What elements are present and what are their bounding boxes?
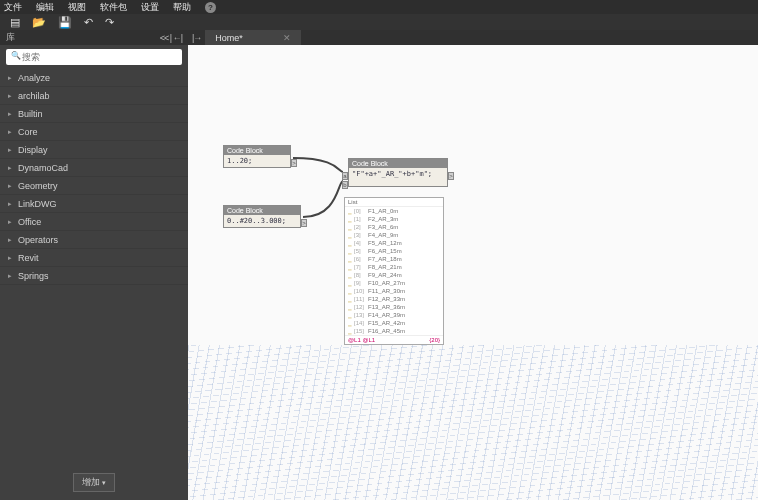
- category-geometry[interactable]: Geometry: [0, 177, 188, 195]
- menu-file[interactable]: 文件: [4, 1, 22, 14]
- menu-help[interactable]: 帮助: [173, 1, 191, 14]
- library-header: 库 << | ←|: [0, 30, 188, 45]
- node-code[interactable]: "F"+a+"_AR_"+b+"m";: [349, 168, 447, 186]
- category-display[interactable]: Display: [0, 141, 188, 159]
- add-button[interactable]: 增加: [73, 473, 115, 492]
- help-icon[interactable]: ?: [205, 2, 216, 13]
- category-list: AnalyzearchilabBuiltinCoreDisplayDynamoC…: [0, 69, 188, 465]
- menu-settings[interactable]: 设置: [141, 1, 159, 14]
- output-port[interactable]: >: [291, 159, 297, 167]
- list-item[interactable]: ⎯[8]F9_AR_24m: [345, 271, 443, 279]
- category-dynamocad[interactable]: DynamoCad: [0, 159, 188, 177]
- list-item[interactable]: ⎯[13]F14_AR_39m: [345, 311, 443, 319]
- input-port-a[interactable]: a: [342, 172, 348, 180]
- wires: [188, 45, 758, 345]
- save-icon[interactable]: 💾: [58, 16, 72, 29]
- menu-packages[interactable]: 软件包: [100, 1, 127, 14]
- category-builtin[interactable]: Builtin: [0, 105, 188, 123]
- menu-bar: 文件 编辑 视图 软件包 设置 帮助 ?: [0, 0, 758, 14]
- node-code[interactable]: 1..20;: [224, 155, 290, 167]
- category-analyze[interactable]: Analyze: [0, 69, 188, 87]
- tab-bar: |→ Home* ✕: [188, 30, 758, 45]
- graph-canvas[interactable]: Code Block 1..20; > Code Block 0..#20..3…: [188, 45, 758, 500]
- collapse-sidebar-icon[interactable]: << | ←|: [160, 33, 182, 43]
- output-preview[interactable]: List ⎯[0]F1_AR_0m⎯[1]F2_AR_3m⎯[2]F3_AR_6…: [344, 197, 444, 345]
- tab-close-icon[interactable]: ✕: [283, 33, 291, 43]
- node-title: Code Block: [224, 206, 300, 215]
- category-office[interactable]: Office: [0, 213, 188, 231]
- toolbar: ▤ 📂 💾 ↶ ↷: [0, 14, 758, 30]
- node-code[interactable]: 0..#20..3.000;: [224, 215, 300, 227]
- list-item[interactable]: ⎯[9]F10_AR_27m: [345, 279, 443, 287]
- menu-edit[interactable]: 编辑: [36, 1, 54, 14]
- list-item[interactable]: ⎯[2]F3_AR_6m: [345, 223, 443, 231]
- list-item[interactable]: ⎯[14]F15_AR_42m: [345, 319, 443, 327]
- category-core[interactable]: Core: [0, 123, 188, 141]
- library-panel: 库 << | ←| AnalyzearchilabBuiltinCoreDisp…: [0, 30, 188, 500]
- output-header: List: [345, 198, 443, 207]
- lacing-label: @L1 @L1: [348, 337, 375, 343]
- category-operators[interactable]: Operators: [0, 231, 188, 249]
- menu-view[interactable]: 视图: [68, 1, 86, 14]
- code-block-node-1[interactable]: Code Block 1..20; >: [223, 145, 291, 168]
- list-item[interactable]: ⎯[12]F13_AR_36m: [345, 303, 443, 311]
- list-item[interactable]: ⎯[4]F5_AR_12m: [345, 239, 443, 247]
- output-port[interactable]: >: [301, 219, 307, 227]
- count-label: {20}: [429, 337, 440, 343]
- category-linkdwg[interactable]: LinkDWG: [0, 195, 188, 213]
- list-item[interactable]: ⎯[7]F8_AR_21m: [345, 263, 443, 271]
- new-file-icon[interactable]: ▤: [10, 16, 20, 29]
- open-file-icon[interactable]: 📂: [32, 16, 46, 29]
- list-item[interactable]: ⎯[11]F12_AR_33m: [345, 295, 443, 303]
- list-item[interactable]: ⎯[1]F2_AR_3m: [345, 215, 443, 223]
- code-block-node-3[interactable]: Code Block "F"+a+"_AR_"+b+"m"; a b >: [348, 158, 448, 187]
- list-item[interactable]: ⎯[10]F11_AR_30m: [345, 287, 443, 295]
- list-item[interactable]: ⎯[6]F7_AR_18m: [345, 255, 443, 263]
- category-revit[interactable]: Revit: [0, 249, 188, 267]
- list-item[interactable]: ⎯[5]F6_AR_15m: [345, 247, 443, 255]
- list-item[interactable]: ⎯[3]F4_AR_9m: [345, 231, 443, 239]
- node-title: Code Block: [224, 146, 290, 155]
- tab-home[interactable]: Home* ✕: [205, 30, 301, 45]
- library-title: 库: [6, 31, 15, 44]
- node-title: Code Block: [349, 159, 447, 168]
- input-port-b[interactable]: b: [342, 181, 348, 189]
- output-port[interactable]: >: [448, 172, 454, 180]
- code-block-node-2[interactable]: Code Block 0..#20..3.000; >: [223, 205, 301, 228]
- expand-canvas-icon[interactable]: |→: [188, 33, 205, 43]
- list-item[interactable]: ⎯[15]F16_AR_45m: [345, 327, 443, 335]
- category-springs[interactable]: Springs: [0, 267, 188, 285]
- search-input[interactable]: [6, 49, 182, 65]
- category-archilab[interactable]: archilab: [0, 87, 188, 105]
- undo-icon[interactable]: ↶: [84, 16, 93, 29]
- redo-icon[interactable]: ↷: [105, 16, 114, 29]
- background-grid: [188, 345, 758, 500]
- tab-title: Home*: [215, 33, 243, 43]
- list-item[interactable]: ⎯[0]F1_AR_0m: [345, 207, 443, 215]
